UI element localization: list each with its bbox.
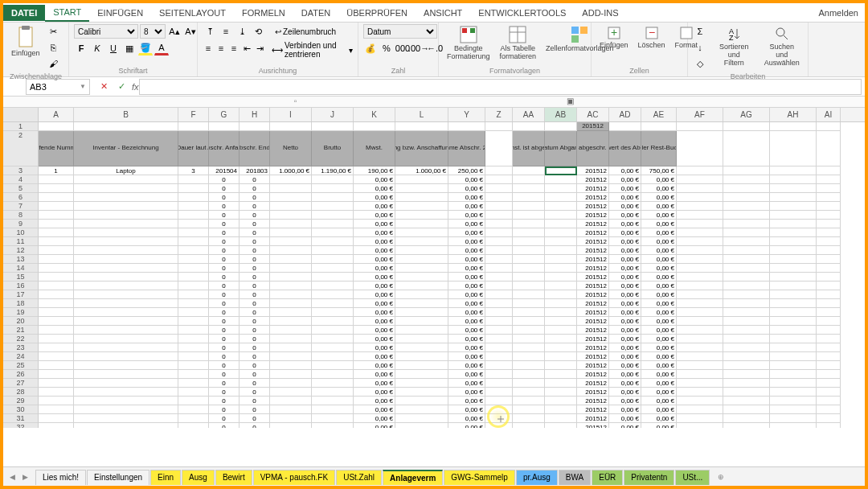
- cell-AH1[interactable]: [770, 122, 817, 131]
- underline-button[interactable]: U: [106, 41, 121, 55]
- header-cell-A[interactable]: laufende Nummer: [39, 131, 74, 166]
- cell-L31[interactable]: [395, 414, 448, 423]
- tab-ansicht[interactable]: ANSICHT: [416, 5, 470, 21]
- cell-AH13[interactable]: [770, 255, 817, 264]
- col-header-AI[interactable]: AI: [817, 108, 841, 121]
- cell-Z9[interactable]: [485, 220, 513, 228]
- cell-AI26[interactable]: [817, 370, 841, 379]
- cell-J22[interactable]: [312, 335, 354, 343]
- cell-L8[interactable]: [395, 211, 448, 220]
- cell-G32[interactable]: 0: [209, 423, 240, 428]
- cell-J32[interactable]: [312, 423, 354, 428]
- cell-AG13[interactable]: [723, 255, 770, 264]
- cell-I16[interactable]: [270, 281, 312, 290]
- copy-button[interactable]: ⎘: [47, 40, 61, 55]
- cell-AD8[interactable]: 0,00 €: [609, 211, 641, 220]
- cell-B8[interactable]: [74, 211, 178, 220]
- cell-B21[interactable]: [74, 326, 178, 335]
- cell-Y30[interactable]: 0,00 €: [448, 405, 485, 414]
- cell-AA16[interactable]: [513, 281, 545, 290]
- cell-Y24[interactable]: 0,00 €: [448, 352, 485, 361]
- col-header-AG[interactable]: AG: [723, 108, 770, 121]
- cell-AE29[interactable]: 0,00 €: [641, 397, 677, 405]
- cell-AC27[interactable]: 201512: [577, 379, 609, 388]
- row-header-28[interactable]: 28: [3, 388, 39, 397]
- cell-H8[interactable]: 0: [240, 211, 270, 220]
- cell-Z14[interactable]: [485, 264, 513, 273]
- cell-AD9[interactable]: 0,00 €: [609, 220, 641, 228]
- cell-K15[interactable]: 0,00 €: [354, 273, 395, 281]
- cell-H11[interactable]: 0: [240, 237, 270, 246]
- cell-Z18[interactable]: [485, 299, 513, 308]
- cell-AB14[interactable]: [545, 264, 577, 273]
- cell-AA25[interactable]: [513, 361, 545, 370]
- cell-I22[interactable]: [270, 335, 312, 343]
- cell-L21[interactable]: [395, 326, 448, 335]
- cell-I31[interactable]: [270, 414, 312, 423]
- cell-AI22[interactable]: [817, 335, 841, 343]
- cell-AF27[interactable]: [677, 379, 723, 388]
- cell-AG15[interactable]: [723, 273, 770, 281]
- cell-B31[interactable]: [74, 414, 178, 423]
- cell-AE15[interactable]: 0,00 €: [641, 273, 677, 281]
- cell-AA12[interactable]: [513, 246, 545, 255]
- cell-K6[interactable]: 0,00 €: [354, 193, 395, 202]
- col-header-AC[interactable]: AC: [577, 108, 609, 121]
- formula-bar[interactable]: [139, 79, 862, 95]
- cell-H23[interactable]: 0: [240, 343, 270, 352]
- cell-L19[interactable]: [395, 308, 448, 317]
- cell-AG23[interactable]: [723, 343, 770, 352]
- cell-AE18[interactable]: 0,00 €: [641, 299, 677, 308]
- cell-A20[interactable]: [39, 317, 74, 326]
- sheet-tab-Einn[interactable]: Einn: [150, 470, 181, 485]
- cell-B26[interactable]: [74, 370, 178, 379]
- cell-G19[interactable]: 0: [209, 308, 240, 317]
- cell-AA21[interactable]: [513, 326, 545, 335]
- row-header-21[interactable]: 21: [3, 326, 39, 335]
- cell-A9[interactable]: [39, 220, 74, 228]
- col-header-K[interactable]: K: [354, 108, 395, 121]
- cell-AE16[interactable]: 0,00 €: [641, 281, 677, 290]
- cell-AC3[interactable]: 201512: [577, 166, 609, 175]
- cell-AA6[interactable]: [513, 193, 545, 202]
- cell-AH7[interactable]: [770, 202, 817, 211]
- cell-AH29[interactable]: [770, 397, 817, 405]
- col-header-AB[interactable]: AB: [545, 108, 577, 121]
- cell-Z15[interactable]: [485, 273, 513, 281]
- cell-AH20[interactable]: [770, 317, 817, 326]
- sheet-tab-E-R[interactable]: EÜR: [592, 470, 623, 485]
- cell-AF29[interactable]: [677, 397, 723, 405]
- header-cell-F[interactable]: Nutzungs-Dauer laut AfA Tabelle: [178, 131, 209, 166]
- sheet-tab-GWG-Sammelp[interactable]: GWG-Sammelp: [444, 470, 515, 485]
- cell-I18[interactable]: [270, 299, 312, 308]
- cell-AA14[interactable]: [513, 264, 545, 273]
- cell-Y31[interactable]: 0,00 €: [448, 414, 485, 423]
- header-cell-Z[interactable]: [485, 131, 513, 166]
- cell-AD32[interactable]: 0,00 €: [609, 423, 641, 428]
- cell-Z31[interactable]: [485, 414, 513, 423]
- cell-I5[interactable]: [270, 184, 312, 193]
- cell-AG20[interactable]: [723, 317, 770, 326]
- cell-J16[interactable]: [312, 281, 354, 290]
- cell-AH6[interactable]: [770, 193, 817, 202]
- cell-AF11[interactable]: [677, 237, 723, 246]
- cell-AE25[interactable]: 0,00 €: [641, 361, 677, 370]
- align-top-button[interactable]: ⤒: [203, 24, 217, 39]
- cell-F16[interactable]: [178, 281, 209, 290]
- cell-Z32[interactable]: [485, 423, 513, 428]
- cell-AD29[interactable]: 0,00 €: [609, 397, 641, 405]
- cell-AA30[interactable]: [513, 405, 545, 414]
- cell-AE19[interactable]: 0,00 €: [641, 308, 677, 317]
- cell-A15[interactable]: [39, 273, 74, 281]
- cell-AA15[interactable]: [513, 273, 545, 281]
- accept-formula-button[interactable]: ✓: [114, 80, 129, 94]
- cell-AB10[interactable]: [545, 228, 577, 237]
- row-header-9[interactable]: 9: [3, 220, 39, 228]
- cell-A21[interactable]: [39, 326, 74, 335]
- cell-G20[interactable]: 0: [209, 317, 240, 326]
- cell-G13[interactable]: 0: [209, 255, 240, 264]
- cell-J17[interactable]: [312, 290, 354, 299]
- sheet-tab-pr-Ausg[interactable]: pr.Ausg: [516, 470, 558, 485]
- cell-I10[interactable]: [270, 228, 312, 237]
- cell-A23[interactable]: [39, 343, 74, 352]
